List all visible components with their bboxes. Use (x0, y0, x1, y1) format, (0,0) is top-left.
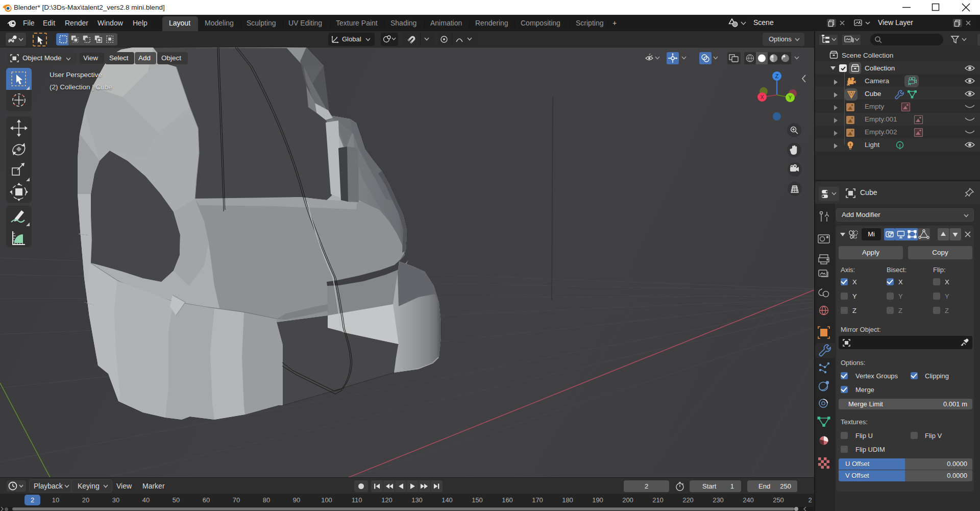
svg-text:Y: Y (789, 95, 792, 101)
svg-text:Z: Z (775, 73, 779, 79)
svg-text:X: X (761, 94, 764, 100)
